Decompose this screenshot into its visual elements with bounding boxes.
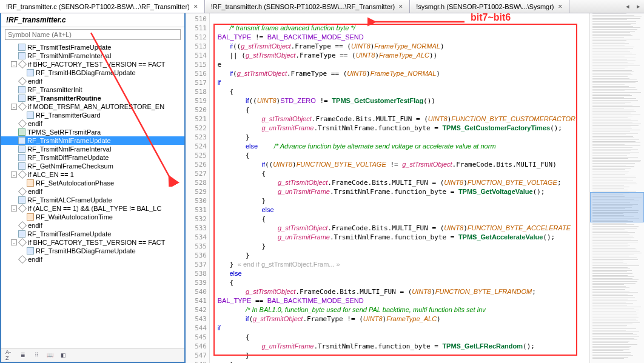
- c-icon: [18, 154, 25, 161]
- tree-item-label: if ALC_EN == 1: [28, 171, 74, 178]
- tree-item[interactable]: -if ALC_EN == 1: [1, 170, 184, 179]
- toolbar-btn-3[interactable]: 📖: [45, 350, 55, 360]
- tree-item[interactable]: RF_TransmitterGuard: [1, 111, 184, 119]
- tree-item-label: endif: [28, 120, 42, 127]
- close-icon[interactable]: ✕: [398, 4, 403, 10]
- c-icon: [27, 247, 34, 255]
- tree-item-label: RF_TransmitterRoutine: [27, 95, 101, 102]
- tab-nav-prev[interactable]: ◂: [622, 0, 633, 13]
- tree-item-label: if MODE_TRSFM_ABN_AUTORESTORE_EN: [28, 103, 164, 110]
- c-icon: [18, 230, 25, 238]
- tree-item-label: RF_TrsmitTestFrameUpdate: [27, 44, 111, 51]
- tree-item[interactable]: -if BHC_FACTORY_TEST_VERSION == FACT: [1, 60, 184, 68]
- minimap[interactable]: [589, 13, 644, 363]
- tree-item[interactable]: RF_TrsmitHBGDiagFrameUpdate: [1, 247, 184, 255]
- diamond-icon: [18, 170, 27, 179]
- symbol-search-input[interactable]: [5, 29, 181, 40]
- tree-item[interactable]: endif: [1, 119, 184, 128]
- line-gutter: 510 511 512 513 514 515 516 517 518 519 …: [186, 13, 210, 363]
- tree-item-label: RF_WaitAutolocationTime: [36, 213, 113, 221]
- tree-item-label: endif: [28, 188, 42, 195]
- tab-bar: !RF_transmitter.c (SENSOR-PT1002-BSW\...…: [0, 0, 644, 13]
- tree-item[interactable]: RF_TrsmitDiffFrameUpdate: [1, 153, 184, 162]
- tree-item[interactable]: RF_TrsmitTestFrameUpdate: [1, 230, 184, 238]
- diamond-icon: [18, 255, 27, 264]
- tree-item-label: RF_GetNmlFrameChecksum: [27, 162, 113, 170]
- toolbar-btn-4[interactable]: ◧: [58, 350, 68, 360]
- code-editor[interactable]: 510 511 512 513 514 515 516 517 518 519 …: [186, 13, 644, 363]
- tree-item-label: endif: [28, 256, 42, 263]
- c-icon: [18, 95, 25, 102]
- diamond-icon: [18, 60, 27, 68]
- tree-item[interactable]: RF_TransmitterRoutine: [1, 94, 184, 102]
- tree-item[interactable]: RF_WaitAutolocationTime: [1, 213, 184, 221]
- tree-item[interactable]: TPMS_SetRFTrsmitPara: [1, 128, 184, 136]
- tree-item[interactable]: RF_TrsmitALCFrameUpdate: [1, 196, 184, 204]
- close-icon[interactable]: ✕: [193, 4, 198, 10]
- toolbar-btn-2[interactable]: ⠿: [32, 350, 41, 360]
- diamond-icon: [18, 77, 27, 85]
- tree-item-label: RF_TrsmitALCFrameUpdate: [27, 196, 112, 204]
- tree-item[interactable]: RF_TrsmitNmlFrameInterval: [1, 52, 184, 60]
- tree-item[interactable]: endif: [1, 77, 184, 85]
- c-icon: [18, 44, 25, 51]
- c-icon: [27, 112, 34, 119]
- diamond-icon: [18, 187, 27, 196]
- toolbar-btn-0[interactable]: A-Z: [5, 350, 15, 360]
- tab-0[interactable]: !RF_transmitter.c (SENSOR-PT1002-BSW\...…: [0, 0, 205, 13]
- tree-item[interactable]: -if MODE_TRSFM_ABN_AUTORESTORE_EN: [1, 102, 184, 111]
- symbol-tree[interactable]: RF_TrsmitTestFrameUpdateRF_TrsmitNmlFram…: [1, 42, 184, 348]
- tree-item-label: if (ALC_EN == 1) && (BAL_TYPE != BAL_LC: [28, 205, 161, 212]
- c-icon: [27, 69, 34, 76]
- tree-item-label: endif: [28, 222, 42, 229]
- h-icon: [27, 213, 34, 221]
- tree-item-label: RF_TransmitterInit: [27, 86, 82, 93]
- tree-item-label: endif: [28, 78, 42, 85]
- tree-item[interactable]: RF_TrsmitHBGDiagFrameUpdate: [1, 68, 184, 77]
- tree-item-label: RF_SetAutolocationPhase: [36, 179, 114, 187]
- toolbar-btn-1[interactable]: ≣: [18, 350, 28, 360]
- tree-item-label: RF_TrsmitNmlFrameUpdate: [27, 137, 111, 144]
- c-icon: [18, 86, 25, 93]
- tree-item-label: RF_TransmitterGuard: [36, 112, 101, 119]
- tree-item-label: RF_TrsmitTestFrameUpdate: [27, 230, 111, 238]
- tree-item[interactable]: endif: [1, 221, 184, 230]
- c-icon: [18, 137, 25, 144]
- tab-nav-next[interactable]: ▸: [633, 0, 644, 13]
- tree-item[interactable]: -if BHC_FACTORY_TEST_VERSION == FACT: [1, 238, 184, 247]
- tab-label: !RF_transmitter.c (SENSOR-PT1002-BSW\...…: [6, 3, 190, 10]
- tree-item[interactable]: RF_TrsmitNmlFrameUpdate: [1, 136, 184, 145]
- tree-item[interactable]: RF_TransmitterInit: [1, 85, 184, 94]
- tree-item-label: TPMS_SetRFTrsmitPara: [27, 128, 101, 136]
- close-icon[interactable]: ✕: [558, 4, 563, 10]
- diamond-icon: [18, 119, 27, 128]
- tree-item[interactable]: RF_GetNmlFrameChecksum: [1, 162, 184, 170]
- tree-item[interactable]: RF_TrsmitNmlFrameInterval: [1, 145, 184, 153]
- tree-item-label: if BHC_FACTORY_TEST_VERSION == FACT: [28, 239, 165, 246]
- c-icon: [18, 52, 25, 59]
- tree-item-label: RF_TrsmitDiffFrameUpdate: [27, 154, 109, 161]
- tree-item[interactable]: RF_TrsmitTestFrameUpdate: [1, 43, 184, 52]
- h-icon: [27, 179, 34, 187]
- tab-1[interactable]: !RF_transmitter.h (SENSOR-PT1002-BSW\...…: [205, 0, 410, 13]
- symbols-sidebar: !RF_transmitter.c RF_TrsmitTestFrameUpda…: [0, 13, 186, 363]
- sidebar-title: !RF_transmitter.c: [1, 13, 184, 27]
- tree-item-label: RF_TrsmitHBGDiagFrameUpdate: [36, 69, 136, 76]
- tab-label: !RF_transmitter.h (SENSOR-PT1002-BSW\...…: [211, 3, 395, 10]
- sidebar-toolbar: A-Z≣⠿📖◧: [1, 348, 184, 362]
- tree-item-label: RF_TrsmitHBGDiagFrameUpdate: [36, 247, 136, 255]
- tree-item[interactable]: endif: [1, 255, 184, 264]
- tree-item[interactable]: -if (ALC_EN == 1) && (BAL_TYPE != BAL_LC: [1, 204, 184, 213]
- c-icon: [18, 145, 25, 153]
- tree-item-label: RF_TrsmitNmlFrameInterval: [27, 145, 111, 153]
- tree-item[interactable]: RF_SetAutolocationPhase: [1, 179, 184, 187]
- tree-item[interactable]: endif: [1, 187, 184, 196]
- code-content[interactable]: /* transmit frame advanced function byte…: [210, 13, 589, 363]
- diamond-icon: [18, 204, 27, 213]
- g-icon: [18, 128, 25, 136]
- diamond-icon: [18, 221, 27, 230]
- tab-2[interactable]: !sysmgr.h (SENSOR-PT1002-BSW\...\Sysmgr)…: [410, 0, 569, 13]
- c-icon: [18, 162, 25, 170]
- diamond-icon: [18, 102, 27, 111]
- c-icon: [18, 196, 25, 204]
